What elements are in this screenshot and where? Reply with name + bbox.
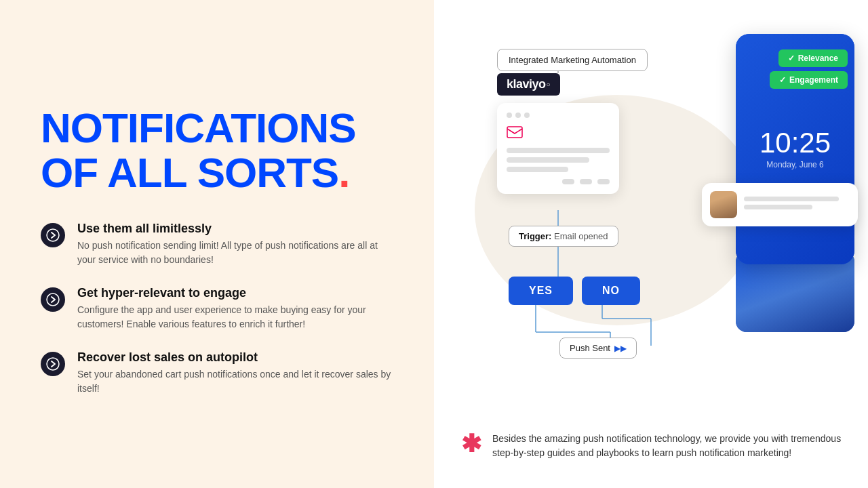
klaviyo-sup: ○: [547, 81, 551, 88]
trigger-label: Trigger:: [519, 231, 551, 241]
phone-mockup: 10:25 Monday, June 6: [736, 34, 854, 264]
push-sent-arrows-icon: ▶▶: [614, 344, 627, 353]
headline: NOTIFICATIONS OF ALL SORTS.: [41, 106, 393, 194]
dot-circle-2: [515, 113, 521, 118]
headline-line1: NOTIFICATIONS: [41, 104, 356, 151]
ima-label: Integrated Marketing Automation: [509, 55, 636, 65]
phone-time: 10:25: [760, 129, 831, 157]
email-card-footer: [507, 179, 610, 184]
trigger-value: Email opened: [554, 231, 608, 241]
svg-point-1: [47, 293, 59, 306]
svg-point-0: [47, 229, 59, 241]
no-button[interactable]: NO: [582, 277, 640, 305]
email-icon: [507, 126, 610, 141]
check-icon-relevance: ✓: [788, 54, 795, 63]
engagement-label: Engagement: [789, 75, 838, 85]
svg-point-2: [47, 358, 59, 370]
email-line-1: [507, 148, 610, 153]
feature-title-autopilot: Recover lost sales on autopilot: [77, 350, 393, 365]
feature-title-hyper-relevant: Get hyper-relevant to engage: [77, 286, 393, 300]
push-sent-label: Push Sent: [570, 343, 610, 353]
email-card: [497, 103, 619, 194]
right-panel: Integrated Marketing Automation klaviyo …: [434, 0, 868, 488]
dot-circle-1: [507, 113, 512, 118]
bottom-note-text: Besides the amazing push notification te…: [492, 432, 848, 461]
ima-box: Integrated Marketing Automation: [497, 49, 648, 71]
phone-date: Monday, June 6: [766, 160, 824, 169]
feature-text-limitless: Use them all limitlessly No push notific…: [77, 222, 393, 267]
headline-dot: .: [338, 149, 349, 196]
trigger-box: Trigger: Email opened: [509, 226, 618, 247]
email-footer-dot-2: [580, 179, 592, 184]
phone-screen: 10:25 Monday, June 6: [736, 34, 854, 264]
feature-text-autopilot: Recover lost sales on autopilot Set your…: [77, 350, 393, 396]
email-footer-dot-1: [562, 179, 574, 184]
yes-button[interactable]: YES: [509, 277, 573, 305]
feature-list: Use them all limitlessly No push notific…: [41, 222, 393, 396]
notif-content-lines: [744, 197, 850, 213]
notif-line-2: [744, 205, 812, 209]
headline-line2: OF ALL SORTS: [41, 149, 338, 196]
feature-title-limitless: Use them all limitlessly: [77, 222, 393, 236]
arrow-right-icon-3: [41, 352, 65, 376]
phone-notification-card: [702, 183, 858, 226]
avatar-image: [710, 191, 737, 218]
klaviyo-text: klaviyo: [507, 77, 546, 92]
email-line-2: [507, 157, 589, 163]
asterisk-icon: ✱: [461, 432, 481, 456]
svg-rect-12: [507, 127, 522, 138]
feature-item-limitless: Use them all limitlessly No push notific…: [41, 222, 393, 267]
email-card-dots: [507, 113, 610, 118]
push-sent-box: Push Sent ▶▶: [559, 338, 637, 359]
relevance-badge: ✓ Relevance: [778, 49, 848, 67]
arrow-right-icon: [41, 223, 65, 247]
feature-text-hyper-relevant: Get hyper-relevant to engage Configure t…: [77, 286, 393, 331]
feature-desc-autopilot: Set your abandoned cart push notificatio…: [77, 367, 393, 396]
feature-desc-hyper-relevant: Configure the app and user experience to…: [77, 303, 393, 331]
feature-item-hyper-relevant: Get hyper-relevant to engage Configure t…: [41, 286, 393, 331]
feature-item-autopilot: Recover lost sales on autopilot Set your…: [41, 350, 393, 396]
email-line-3: [507, 167, 568, 172]
left-panel: NOTIFICATIONS OF ALL SORTS. Use them all…: [0, 0, 434, 488]
email-footer-dot-3: [597, 179, 610, 184]
arrow-right-icon-2: [41, 287, 65, 312]
notif-line-1: [744, 197, 839, 201]
dot-circle-3: [524, 113, 530, 118]
check-icon-engagement: ✓: [779, 75, 786, 85]
feature-desc-limitless: No push notification sending limit! All …: [77, 239, 393, 267]
klaviyo-logo-box: klaviyo ○: [497, 73, 560, 96]
engagement-badge: ✓ Engagement: [770, 71, 848, 89]
notif-avatar: [710, 191, 737, 218]
bottom-note: ✱ Besides the amazing push notification …: [461, 432, 848, 461]
relevance-label: Relevance: [798, 54, 838, 63]
